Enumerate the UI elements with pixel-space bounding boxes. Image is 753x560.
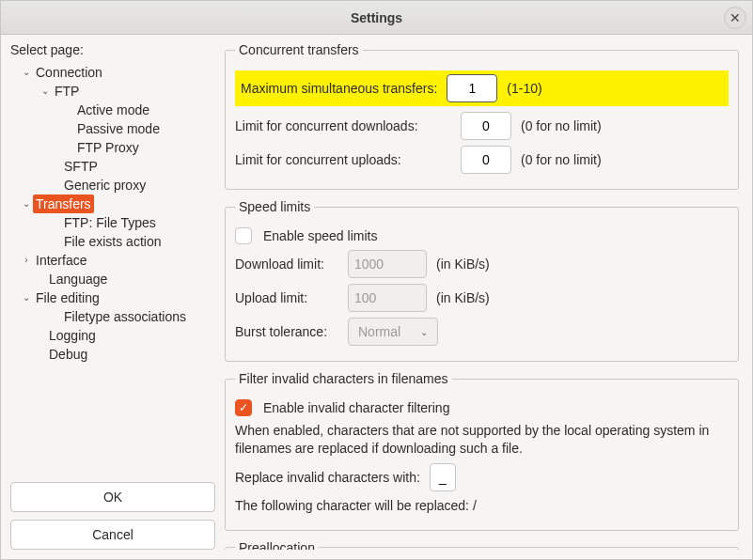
chevron-down-icon: ⌄: [420, 327, 428, 337]
burst-tolerance-select[interactable]: Normal ⌄: [348, 318, 438, 346]
tree-item-transfers[interactable]: ⌄Transfers: [10, 194, 215, 213]
upload-limit-input[interactable]: [348, 284, 427, 312]
tree-item-label: Interface: [33, 251, 89, 270]
max-simultaneous-hint: (1-10): [507, 81, 541, 96]
concurrent-transfers-group: Concurrent transfers Maximum simultaneou…: [225, 42, 739, 190]
enable-invalid-filtering-label: Enable invalid character filtering: [263, 400, 449, 415]
concurrent-downloads-input[interactable]: [461, 112, 511, 140]
tree-item-logging[interactable]: Logging: [10, 326, 215, 345]
tree-item-ftp-proxy[interactable]: FTP Proxy: [10, 138, 215, 157]
max-simultaneous-input[interactable]: [447, 74, 497, 102]
window-title: Settings: [351, 10, 402, 25]
concurrent-uploads-input[interactable]: [461, 146, 511, 174]
tree-item-label: File editing: [33, 288, 102, 307]
tree-item-debug[interactable]: Debug: [10, 345, 215, 364]
speed-limits-legend: Speed limits: [235, 199, 314, 214]
upload-limit-unit: (in KiB/s): [436, 290, 490, 305]
tree-item-label: FTP Proxy: [74, 138, 142, 157]
tree-item-label: SFTP: [61, 157, 101, 176]
tree-item-language[interactable]: Language: [10, 270, 215, 288]
filter-invalid-group: Filter invalid characters in filenames E…: [225, 371, 739, 531]
tree-item-generic-proxy[interactable]: Generic proxy: [10, 176, 215, 194]
tree-item-connection[interactable]: ⌄Connection: [10, 63, 215, 82]
concurrent-uploads-hint: (0 for no limit): [521, 152, 602, 167]
tree-expander-icon[interactable]: ⌄: [20, 63, 33, 82]
speed-limits-group: Speed limits Enable speed limits Downloa…: [225, 199, 739, 362]
burst-tolerance-value: Normal: [358, 324, 400, 339]
tree-item-label: Logging: [46, 326, 99, 345]
preallocation-group: Preallocation Preallocate space before d…: [225, 540, 739, 550]
tree-item-label: File exists action: [61, 232, 164, 251]
max-simultaneous-label: Maximum simultaneous transfers:: [241, 81, 437, 96]
tree-item-label: Active mode: [74, 101, 152, 119]
cancel-button[interactable]: Cancel: [10, 520, 215, 550]
close-button[interactable]: ✕: [724, 7, 746, 29]
concurrent-downloads-label: Limit for concurrent downloads:: [235, 118, 451, 133]
tree-item-file-editing[interactable]: ⌄File editing: [10, 288, 215, 307]
tree-item-ftp-file-types[interactable]: FTP: File Types: [10, 213, 215, 232]
following-replaced-label: The following character will be replaced…: [235, 497, 729, 515]
replace-with-input[interactable]: [430, 463, 456, 491]
tree-item-label: Debug: [46, 345, 90, 364]
tree-item-label: Passive mode: [74, 119, 163, 138]
titlebar: Settings ✕: [1, 1, 752, 35]
download-limit-input[interactable]: [348, 250, 427, 278]
tree-item-active-mode[interactable]: Active mode: [10, 101, 215, 119]
tree-item-ftp[interactable]: ⌄FTP: [10, 82, 215, 101]
concurrent-uploads-label: Limit for concurrent uploads:: [235, 152, 451, 167]
tree-item-label: Language: [46, 270, 110, 288]
replace-with-label: Replace invalid characters with:: [235, 470, 420, 485]
tree-item-sftp[interactable]: SFTP: [10, 157, 215, 176]
tree-item-file-exists-action[interactable]: File exists action: [10, 232, 215, 251]
close-icon: ✕: [729, 10, 741, 25]
tree-item-interface[interactable]: ›Interface: [10, 251, 215, 270]
filter-invalid-description: When enabled, characters that are not su…: [235, 422, 729, 458]
max-simultaneous-row: Maximum simultaneous transfers: (1-10): [235, 70, 729, 106]
download-limit-unit: (in KiB/s): [436, 257, 490, 272]
tree-expander-icon[interactable]: ⌄: [39, 82, 52, 101]
ok-button[interactable]: OK: [10, 482, 215, 512]
filter-invalid-legend: Filter invalid characters in filenames: [235, 371, 452, 386]
burst-tolerance-label: Burst tolerance:: [235, 324, 338, 339]
download-limit-label: Download limit:: [235, 257, 338, 272]
upload-limit-label: Upload limit:: [235, 290, 338, 305]
concurrent-downloads-hint: (0 for no limit): [521, 118, 602, 133]
concurrent-transfers-legend: Concurrent transfers: [235, 42, 363, 57]
enable-speed-limits-label: Enable speed limits: [263, 228, 377, 243]
select-page-label: Select page:: [10, 42, 215, 57]
preallocation-legend: Preallocation: [235, 540, 319, 550]
tree-expander-icon[interactable]: ›: [20, 251, 33, 270]
enable-speed-limits-checkbox[interactable]: [235, 227, 252, 244]
tree-item-filetype-associations[interactable]: Filetype associations: [10, 307, 215, 326]
tree-expander-icon[interactable]: ⌄: [20, 288, 33, 307]
tree-item-label: FTP: [52, 82, 82, 101]
page-tree[interactable]: ⌄Connection⌄FTPActive modePassive modeFT…: [10, 61, 215, 474]
tree-item-label: Transfers: [33, 194, 94, 213]
tree-item-label: Connection: [33, 63, 105, 82]
tree-item-label: Filetype associations: [61, 307, 189, 326]
tree-item-label: FTP: File Types: [61, 213, 159, 232]
tree-expander-icon[interactable]: ⌄: [20, 194, 33, 213]
enable-invalid-filtering-checkbox[interactable]: [235, 399, 252, 416]
tree-item-passive-mode[interactable]: Passive mode: [10, 119, 215, 138]
tree-item-label: Generic proxy: [61, 176, 149, 194]
